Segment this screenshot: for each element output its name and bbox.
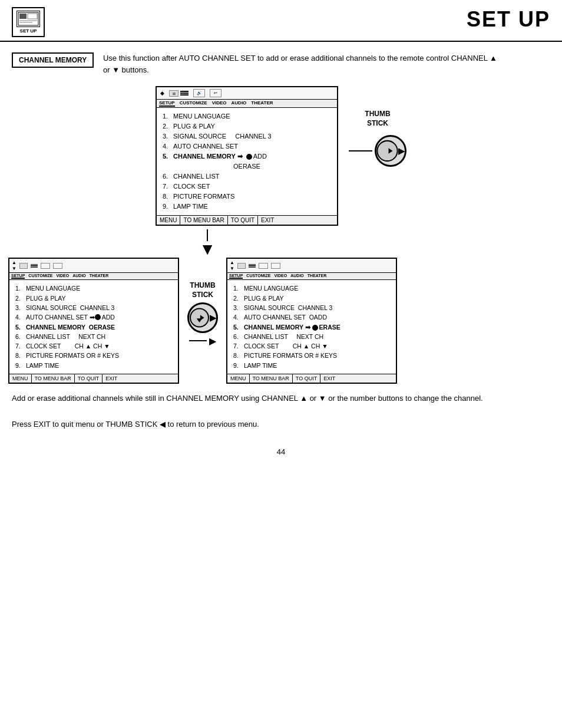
svg-rect-2: [28, 14, 37, 19]
top-diagram: ◆ ⊞ 🔊 ↩ SETUP CUSTOMIZE VIDEO AUDIO THEA…: [12, 86, 550, 226]
page-title: SET UP: [467, 7, 550, 32]
menu-item-5b: OERASE: [163, 162, 331, 172]
svg-point-5: [377, 141, 397, 161]
menu-item-1: 1. MENU LANGUAGE: [163, 111, 331, 121]
desc-paragraph-2: Press EXIT to quit menu or THUMB STICK ◀…: [12, 418, 550, 431]
bar-to-quit: TO QUIT: [228, 216, 258, 225]
top-menu-content: 1. MENU LANGUAGE 2. PLUG & PLAY 3. SIGNA…: [157, 108, 337, 215]
down-arrow-connector: ▼: [0, 229, 562, 258]
channel-memory-section: CHANNEL MEMORY Use this function after A…: [0, 42, 562, 81]
thumb-stick-label-top: THUMBSTICK: [365, 110, 390, 128]
thumb-stick-label-middle: THUMBSTICK: [190, 281, 215, 299]
bottom-right-content: 1. MENU LANGUAGE 2. PLUG & PLAY 3. SIGNA…: [227, 280, 396, 373]
tab-video: VIDEO: [212, 100, 227, 107]
bar-exit: EXIT: [258, 216, 277, 225]
menu-item-2: 2. PLUG & PLAY: [163, 121, 331, 131]
thumb-stick-middle: [187, 302, 218, 333]
bar-menu: MENU: [157, 216, 180, 225]
top-thumb-stick-area: THUMBSTICK: [349, 110, 406, 167]
tab-setup: SETUP: [159, 100, 175, 107]
page-number: 44: [0, 436, 562, 468]
setup-graphic: [16, 11, 40, 27]
tab-customize: CUSTOMIZE: [180, 100, 207, 107]
menu-item-6: 6. CHANNEL LIST: [163, 172, 331, 182]
page-header: SET UP SET UP: [0, 0, 562, 42]
setup-label: SET UP: [20, 28, 37, 34]
menu-item-9: 9. LAMP TIME: [163, 202, 331, 212]
bottom-right-screen: ▲ ▼ SETUP CUSTOMIZE VIDEO AUDIO THEATER …: [226, 258, 397, 383]
channel-memory-label: CHANNEL MEMORY: [12, 52, 94, 68]
top-menu-bottom-bar: MENU TO MENU BAR TO QUIT EXIT: [157, 215, 337, 225]
bottom-left-screen: ▲ ▼ SETUP CUSTOMIZE VIDEO AUDIO THEATER …: [8, 258, 179, 383]
menu-item-8: 8. PICTURE FORMATS: [163, 192, 331, 202]
menu-item-3: 3. SIGNAL SOURCE CHANNEL 3: [163, 131, 331, 141]
description-section: Add or erase additional channels while s…: [0, 384, 562, 436]
svg-point-7: [190, 308, 209, 327]
desc-paragraph-1: Add or erase additional channels while s…: [12, 392, 550, 405]
tab-theater: THEATER: [251, 100, 273, 107]
bottom-right-bar: MENU TO MENU BAR TO QUIT EXIT: [227, 374, 396, 383]
bottom-left-bar: MENU TO MENU BAR TO QUIT EXIT: [9, 374, 178, 383]
bottom-left-content: 1. MENU LANGUAGE 2. PLUG & PLAY 3. SIGNA…: [9, 280, 178, 373]
top-menu-screen: ◆ ⊞ 🔊 ↩ SETUP CUSTOMIZE VIDEO AUDIO THEA…: [156, 86, 338, 226]
setup-icon: SET UP: [12, 7, 45, 37]
bar-to-menu-bar: TO MENU BAR: [180, 216, 227, 225]
thumb-stick-top: [375, 135, 406, 167]
menu-item-5: 5. CHANNEL MEMORY ➡ ADD: [163, 151, 331, 162]
channel-memory-desc: Use this function after AUTO CHANNEL SET…: [103, 52, 504, 75]
bottom-diagrams-row: ▲ ▼ SETUP CUSTOMIZE VIDEO AUDIO THEATER …: [8, 258, 554, 383]
menu-item-4: 4. AUTO CHANNEL SET: [163, 141, 331, 151]
middle-thumb-area: THUMBSTICK ▶: [179, 281, 226, 346]
svg-rect-1: [19, 14, 27, 19]
tab-audio: AUDIO: [232, 100, 247, 107]
menu-item-7: 7. CLOCK SET: [163, 182, 331, 192]
